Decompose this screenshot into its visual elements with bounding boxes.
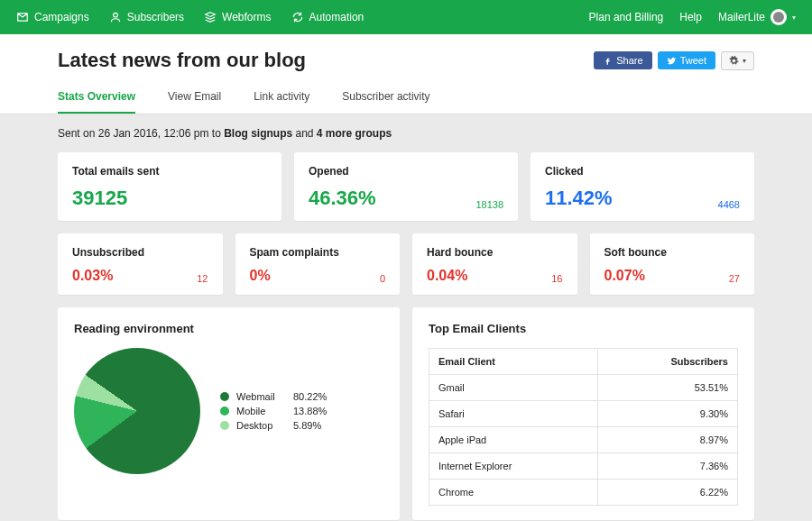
spam-count: 0 [380,273,385,284]
legend-swatch [220,392,229,401]
tweet-label: Tweet [680,55,706,66]
topbar: Campaigns Subscribers Webforms Automatio… [0,0,812,34]
gear-icon [729,56,739,66]
spam-label: Spam complaints [250,246,386,259]
unsub-label: Unsubscribed [72,246,208,259]
reading-env-title: Reading environment [74,322,383,335]
legend-pct: 13.88% [293,406,327,416]
stack-icon [204,11,217,23]
client-name: Internet Explorer [429,453,598,480]
card-clicked: Clicked 11.42%4468 [531,152,754,221]
card-opened: Opened 46.36%18138 [294,152,518,221]
share-label: Share [616,55,642,66]
sent-group: Blog signups [224,127,292,140]
settings-button[interactable]: ▾ [721,51,754,70]
panel-reading-env: Reading environment Webmail80.22%Mobile1… [58,307,400,520]
client-name: Gmail [429,375,598,401]
tabs: Stats Overview View Email Link activity … [58,83,754,114]
opened-label: Opened [309,165,503,178]
client-pct: 53.51% [598,375,738,401]
legend-label: Mobile [236,406,286,416]
table-row: Apple iPad8.97% [429,427,738,453]
tab-view-email[interactable]: View Email [168,83,221,114]
legend-label: Webmail [236,391,286,402]
nav-webforms[interactable]: Webforms [204,11,271,23]
nav-campaigns-label: Campaigns [34,11,89,23]
tab-link-activity[interactable]: Link activity [254,83,309,114]
clicked-value: 11.42% [545,187,613,210]
nav-campaigns[interactable]: Campaigns [16,11,89,23]
page-title: Latest news from our blog [58,49,306,72]
legend-swatch [220,407,229,416]
pie-chart [74,348,200,474]
sent-more: 4 more groups [317,127,392,140]
soft-value: 0.07% [604,268,645,284]
opened-value: 46.36% [309,187,376,210]
card-total-sent: Total emails sent 39125 [58,152,281,221]
sent-line: Sent on 26 Jan 2016, 12:06 pm to Blog si… [58,127,754,140]
user-icon [109,11,122,23]
nav-subscribers-label: Subscribers [127,11,184,23]
panel-row: Reading environment Webmail80.22%Mobile1… [58,307,754,520]
unsub-value: 0.03% [72,268,113,284]
nav-plan-billing-label: Plan and Billing [589,11,664,23]
pie-legend: Webmail80.22%Mobile13.88%Desktop5.89% [220,388,327,434]
card-unsubscribed: Unsubscribed 0.03%12 [58,233,223,295]
client-name: Apple iPad [429,427,598,453]
chevron-down-icon: ▾ [792,14,796,22]
opened-count: 18138 [475,199,503,210]
top-clients-title: Top Email Clients [429,322,738,335]
unsub-count: 12 [197,273,208,284]
header-actions: Share Tweet ▾ [594,51,754,70]
legend-pct: 80.22% [293,391,327,402]
legend-label: Desktop [236,420,286,431]
refresh-icon [291,11,304,23]
nav-help[interactable]: Help [679,11,702,23]
legend-row: Mobile13.88% [220,406,327,416]
stats-row-main: Total emails sent 39125 Opened 46.36%181… [58,152,754,221]
legend-row: Webmail80.22% [220,391,327,402]
share-button[interactable]: Share [594,51,651,69]
header: Latest news from our blog Share Tweet ▾ … [0,34,812,114]
soft-count: 27 [729,273,740,284]
brand-label: MailerLite [718,11,765,23]
tab-subscriber-activity[interactable]: Subscriber activity [342,83,429,114]
tweet-button[interactable]: Tweet [658,51,715,69]
tab-overview[interactable]: Stats Overview [58,83,135,114]
chevron-down-icon: ▾ [743,57,746,65]
client-name: Safari [429,401,598,427]
legend-pct: 5.89% [293,420,321,431]
hard-label: Hard bounce [427,246,563,259]
total-sent-value: 39125 [72,187,127,210]
client-name: Chrome [429,480,598,506]
avatar [770,9,787,25]
clicked-label: Clicked [545,165,740,178]
table-row: Safari9.30% [429,401,738,427]
card-soft-bounce: Soft bounce 0.07%27 [590,233,755,295]
top-clients-table: Email Client Subscribers Gmail53.51%Safa… [429,348,738,506]
legend-row: Desktop5.89% [220,420,327,431]
client-pct: 8.97% [598,427,738,453]
nav-plan-billing[interactable]: Plan and Billing [589,11,664,23]
topbar-right: Plan and Billing Help MailerLite ▾ [589,9,796,25]
nav-brand[interactable]: MailerLite ▾ [718,9,796,25]
nav-automation[interactable]: Automation [291,11,364,23]
client-pct: 6.22% [598,480,738,506]
panel-top-clients: Top Email Clients Email Client Subscribe… [412,307,754,520]
body: Sent on 26 Jan 2016, 12:06 pm to Blog si… [0,114,812,521]
card-spam: Spam complaints 0%0 [235,233,401,295]
hard-count: 16 [551,273,562,284]
nav-webforms-label: Webforms [222,11,271,23]
table-row: Internet Explorer7.36% [429,453,738,480]
topbar-left: Campaigns Subscribers Webforms Automatio… [16,11,364,23]
legend-swatch [220,421,229,430]
nav-automation-label: Automation [309,11,364,23]
twitter-icon [667,56,677,66]
svg-point-0 [113,13,117,17]
nav-subscribers[interactable]: Subscribers [109,11,184,23]
soft-label: Soft bounce [604,246,741,259]
col-subscribers: Subscribers [598,349,738,375]
spam-value: 0% [250,268,271,284]
col-email-client: Email Client [429,349,598,375]
nav-help-label: Help [679,11,702,23]
